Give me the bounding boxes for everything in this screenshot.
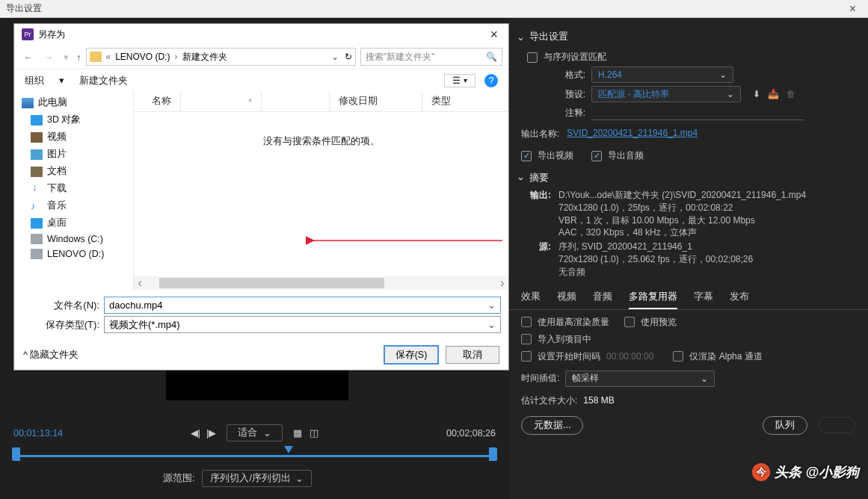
tree-3d-objects[interactable]: 3D 对象 [14,111,133,128]
grid-icon[interactable]: ▦ [293,427,302,438]
range-out-handle[interactable] [489,447,497,461]
breadcrumb-drive[interactable]: LENOVO (D:) [115,52,170,62]
step-forward-icon[interactable]: |▶ [206,427,216,438]
estimated-size: 估计文件大小:158 MB [521,394,856,407]
dialog-toolbar: 组织 ▾ 新建文件夹 ☰▾ ? [14,69,508,91]
refresh-icon[interactable]: ↻ [345,52,352,62]
caret-down-icon: ⌄ [517,31,525,43]
window-title-bar: 导出设置 × [0,0,868,18]
range-slider[interactable] [13,450,496,461]
use-preview-checkbox[interactable] [624,317,635,327]
tree-documents[interactable]: 文档 [14,163,133,180]
format-label: 格式: [544,69,585,81]
timecode-in[interactable]: 00;01;13;14 [13,428,63,438]
empty-message: 没有与搜索条件匹配的项。 [134,112,508,276]
search-icon[interactable]: 🔍 [486,52,497,62]
tab-audio[interactable]: 音频 [593,288,612,309]
playhead-icon[interactable] [284,446,293,453]
queue-button[interactable]: 队列 [763,416,807,435]
tab-publish[interactable]: 发布 [730,288,749,309]
app-icon: Pr [22,28,34,40]
chevron-down-icon[interactable]: ⌄ [487,300,496,311]
tree-drive-c[interactable]: Windows (C:) [14,232,133,247]
tree-this-pc[interactable]: 此电脑 [14,94,133,111]
set-start-tc-checkbox[interactable] [521,351,532,362]
chevron-down-icon: ⌄ [719,69,727,80]
output-name-label: 输出名称: [521,128,559,140]
interp-label: 时间插值: [521,372,559,385]
comment-label: 注释: [544,107,585,120]
range-in-handle[interactable] [12,447,20,461]
path-dropdown-icon[interactable]: ⌄ [331,52,339,62]
preset-save-icon[interactable]: ⬇ [753,89,760,99]
max-quality-checkbox[interactable] [521,317,532,327]
view-mode-button[interactable]: ☰▾ [444,74,475,87]
tree-desktop[interactable]: 桌面 [14,214,133,232]
path-navigation: ← → ▾ ↑ « LENOVO (D:) › 新建文件夹 ⌄ ↻ 搜索"新建文… [14,45,508,69]
interp-select[interactable]: 帧采样⌄ [565,371,715,387]
breadcrumb-folder[interactable]: 新建文件夹 [182,51,227,63]
tree-music[interactable]: ♪音乐 [14,197,133,214]
hide-folders-toggle[interactable]: ^ 隐藏文件夹 [23,349,377,362]
file-list: 名称^ 修改日期 类型 没有与搜索条件匹配的项。 ‹› [134,91,508,290]
output-name-link[interactable]: SVID_20200421_211946_1.mp4 [567,128,698,140]
match-sequence-checkbox[interactable] [527,52,538,63]
folder-icon [90,52,102,62]
source-range-select[interactable]: 序列切入/序列切出⌄ [202,470,311,487]
format-select[interactable]: H.264⌄ [591,66,733,83]
tab-effects[interactable]: 效果 [521,288,541,309]
export-tabs: 效果 视频 音频 多路复用器 字幕 发布 [509,288,868,310]
match-sequence-label: 与序列设置匹配 [544,51,606,63]
export-video-checkbox[interactable] [521,151,532,161]
folder-tree[interactable]: 此电脑 3D 对象 视频 图片 文档 下载 ♪音乐 桌面 Windows (C:… [14,91,134,290]
col-date[interactable]: 修改日期 [330,91,422,111]
nav-history-icon[interactable]: ▾ [61,52,72,63]
help-icon[interactable]: ? [484,74,498,87]
chevron-down-icon: ⌄ [263,427,271,438]
alpha-only-checkbox[interactable] [673,351,683,362]
tree-drive-d[interactable]: LENOVO (D:) [14,247,133,261]
breadcrumb-sep-icon: « [105,52,113,62]
horizontal-scrollbar[interactable]: ‹› [134,276,508,290]
save-as-dialog: Pr 另存为 × ← → ▾ ↑ « LENOVO (D:) › 新建文件夹 ⌄… [13,23,509,371]
export-settings-header[interactable]: ⌄导出设置 [517,30,856,43]
chevron-down-icon: ⌄ [727,89,734,99]
metadata-button[interactable]: 元数据... [521,416,583,435]
step-back-icon[interactable]: ◀| [191,427,200,438]
save-button[interactable]: 保存(S) [384,346,438,364]
filetype-label: 保存类型(T): [22,318,99,332]
zoom-fit-select[interactable]: 适合⌄ [227,424,283,441]
organize-menu[interactable]: 组织 [25,74,44,87]
tab-video[interactable]: 视频 [557,288,576,309]
cancel-button[interactable]: 取消 [446,346,499,364]
tree-downloads[interactable]: 下载 [14,180,133,197]
aspect-icon[interactable]: ◫ [310,427,318,438]
filetype-select[interactable]: 视频文件(*.mp4)⌄ [104,316,501,333]
col-type[interactable]: 类型 [422,91,508,111]
annotation-arrow [308,233,502,251]
preset-select[interactable]: 匹配源 - 高比特率⌄ [591,86,741,102]
nav-back-icon[interactable]: ← [20,52,36,63]
preset-delete-icon[interactable]: 🗑 [787,89,795,99]
tab-captions[interactable]: 字幕 [694,288,713,309]
search-input[interactable]: 搜索"新建文件夹" 🔍 [360,48,502,66]
export-audio-checkbox[interactable] [591,151,602,161]
tree-pictures[interactable]: 图片 [14,146,133,163]
chevron-down-icon[interactable]: ⌄ [487,319,496,330]
tab-multiplexer[interactable]: 多路复用器 [629,288,677,309]
nav-up-icon[interactable]: ↑ [76,52,81,63]
list-header[interactable]: 名称^ 修改日期 类型 [134,91,508,112]
col-name[interactable]: 名称^ [134,91,330,111]
tree-videos[interactable]: 视频 [14,128,133,146]
filename-input[interactable]: daochu.mp4⌄ [104,297,501,314]
import-project-checkbox[interactable] [521,334,532,344]
path-field[interactable]: « LENOVO (D:) › 新建文件夹 ⌄ ↻ [86,48,357,66]
preset-import-icon[interactable]: 📥 [768,89,779,99]
dialog-close-icon[interactable]: × [487,27,501,43]
nav-forward-icon[interactable]: → [40,52,56,63]
timecode-out[interactable]: 00;02;08;26 [446,428,496,438]
comment-input[interactable] [591,105,804,120]
window-close-icon[interactable]: × [843,2,862,16]
new-folder-button[interactable]: 新建文件夹 [79,74,128,87]
preset-label: 预设: [544,88,585,101]
